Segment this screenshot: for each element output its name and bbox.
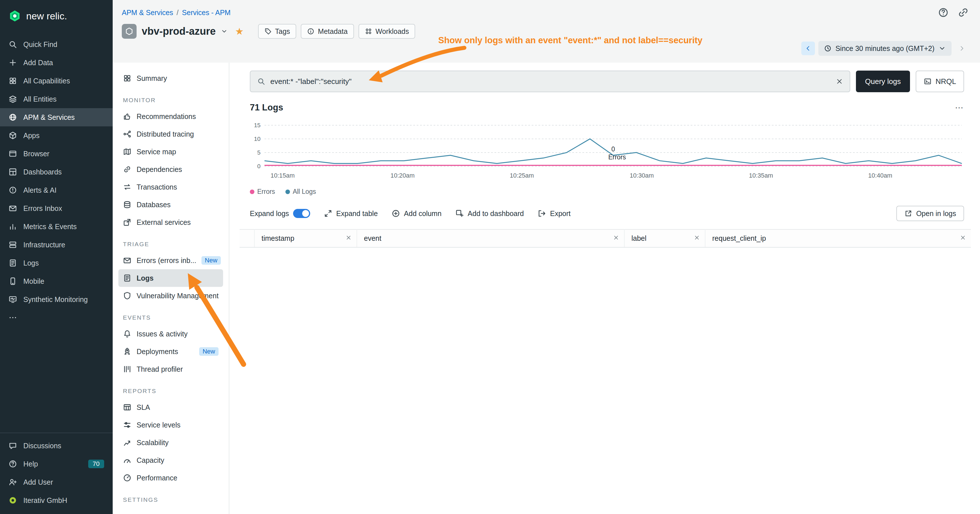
external-services-icon	[123, 218, 132, 226]
time-forward-button[interactable]	[955, 41, 969, 55]
external-link-icon	[904, 210, 912, 218]
nav-quick-find[interactable]: Quick Find	[0, 35, 113, 54]
export-button[interactable]: Export	[538, 209, 571, 218]
entity-chevron-down-icon[interactable]	[221, 28, 228, 35]
svg-text:0: 0	[257, 163, 261, 169]
nav-errors-inbox[interactable]: Errors Inbox	[0, 199, 113, 218]
sidebar-item-transactions[interactable]: Transactions	[118, 178, 223, 196]
logs-toolbar: Expand logs Expand table Add column Add …	[250, 206, 964, 221]
section-header-reports: REPORTS	[123, 388, 218, 395]
more-options-icon[interactable]: ⋯	[955, 103, 964, 112]
dependencies-label: Dependencies	[137, 165, 182, 173]
sidebar-item-errors-errors-inb[interactable]: Errors (errors inb...New	[118, 251, 223, 269]
capacity-label: Capacity	[137, 456, 164, 465]
sidebar-item-vulnerability-management[interactable]: Vulnerability Management	[118, 287, 223, 304]
workloads-button[interactable]: Workloads	[358, 24, 415, 39]
add-to-dashboard-button[interactable]: Add to dashboard	[455, 209, 524, 218]
clock-icon	[824, 45, 832, 52]
nav-apps[interactable]: Apps	[0, 126, 113, 145]
nav-more-capabilities[interactable]	[0, 309, 113, 327]
column-header-timestamp[interactable]: timestamp	[255, 229, 357, 247]
svg-text:10:30am: 10:30am	[630, 172, 654, 179]
time-back-button[interactable]	[801, 41, 815, 55]
column-header-event[interactable]: event	[357, 229, 624, 247]
expand-logs-toggle[interactable]: Expand logs	[250, 209, 310, 218]
open-in-logs-button[interactable]: Open in logs	[896, 206, 964, 221]
nav-mobile[interactable]: Mobile	[0, 272, 113, 290]
column-header-label[interactable]: label	[624, 229, 705, 247]
column-header-request_client_ip[interactable]: request_client_ip	[705, 229, 971, 247]
toggle-on-icon[interactable]	[293, 209, 310, 218]
nav-help[interactable]: Help70	[0, 455, 113, 473]
sidebar-item-recommendations[interactable]: Recommendations	[118, 108, 223, 125]
copy-permalink-icon[interactable]	[958, 7, 969, 18]
sidebar-item-service-map[interactable]: Service map	[118, 143, 223, 161]
browser-label: Browser	[23, 150, 49, 158]
sidebar-item-external-services[interactable]: External services	[118, 213, 223, 231]
nav-add-data[interactable]: Add Data	[0, 54, 113, 72]
nav-infrastructure[interactable]: Infrastructure	[0, 236, 113, 254]
nav-add-user[interactable]: Add User	[0, 473, 113, 491]
legend-errors[interactable]: Errors	[250, 188, 275, 196]
sidebar-item-scalability[interactable]: Scalability	[118, 434, 223, 451]
nav-metrics-events[interactable]: Metrics & Events	[0, 218, 113, 236]
right-pane: APM & Services/Services - APM vbv-prod-a…	[113, 0, 980, 514]
sidebar-item-distributed-tracing[interactable]: Distributed tracing	[118, 125, 223, 143]
breadcrumb-apm-services[interactable]: APM & Services	[122, 8, 173, 16]
sidebar-item-summary[interactable]: Summary	[118, 70, 223, 87]
nav-all-capabilities[interactable]: All Capabilities	[0, 72, 113, 90]
sidebar-item-capacity[interactable]: Capacity	[118, 451, 223, 469]
nav-logs[interactable]: Logs	[0, 254, 113, 272]
remove-column-request_client_ip-icon[interactable]	[960, 235, 966, 240]
tags-button[interactable]: Tags	[258, 24, 296, 39]
nav-synthetic-monitoring[interactable]: Synthetic Monitoring	[0, 290, 113, 309]
logo-text: new relic.	[26, 11, 67, 22]
nav-all-entities[interactable]: All Entities	[0, 90, 113, 108]
sidebar-item-service-levels[interactable]: Service levels	[118, 416, 223, 434]
expand-table-button[interactable]: Expand table	[324, 209, 378, 218]
annotation-text: Show only logs with an event "event:*" a…	[438, 35, 703, 46]
sidebar-item-dependencies[interactable]: Dependencies	[118, 161, 223, 178]
remove-column-label-icon[interactable]	[694, 235, 700, 240]
nrql-button[interactable]: NRQL	[916, 71, 964, 92]
nav-discussions[interactable]: Discussions	[0, 437, 113, 455]
infrastructure-label: Infrastructure	[23, 241, 65, 249]
all-capabilities-label: All Capabilities	[23, 77, 70, 85]
mobile-icon	[8, 277, 17, 285]
nav-browser[interactable]: Browser	[0, 145, 113, 163]
query-logs-button[interactable]: Query logs	[856, 71, 910, 92]
dashboards-icon	[8, 168, 17, 176]
remove-column-event-icon[interactable]	[613, 235, 619, 240]
metadata-button[interactable]: Metadata	[301, 24, 354, 39]
help-circle-icon[interactable]	[938, 7, 949, 18]
sidebar-item-sla[interactable]: SLA	[118, 398, 223, 416]
sidebar-item-thread-profiler[interactable]: Thread profiler	[118, 360, 223, 378]
favorite-star-icon[interactable]: ★	[235, 27, 243, 36]
sidebar-item-performance[interactable]: Performance	[118, 469, 223, 487]
nav-apm-services[interactable]: APM & Services	[0, 108, 113, 126]
add-column-button[interactable]: Add column	[391, 209, 442, 218]
breadcrumb-services-apm[interactable]: Services - APM	[182, 8, 231, 16]
svg-text:Errors: Errors	[608, 153, 626, 161]
nav-iterativ-gmbh[interactable]: Iterativ GmbH	[0, 491, 113, 509]
new-relic-logo[interactable]: new relic.	[0, 0, 113, 32]
add-dashboard-icon	[455, 209, 464, 218]
logs-chart: 05101510:15am10:20am10:25am10:30am10:35a…	[250, 121, 964, 187]
svg-text:10:15am: 10:15am	[270, 172, 295, 179]
nav-dashboards[interactable]: Dashboards	[0, 163, 113, 181]
sidebar-item-issues-activity[interactable]: Issues & activity	[118, 325, 223, 343]
sidebar-item-logs[interactable]: Logs	[118, 269, 223, 287]
workloads-icon	[365, 28, 372, 35]
sla-label: SLA	[137, 403, 150, 412]
clear-query-icon[interactable]	[836, 78, 843, 85]
legend-all-logs[interactable]: All Logs	[285, 188, 316, 196]
query-input[interactable]: event:* -"label":"security"	[250, 71, 850, 92]
nrql-icon	[924, 77, 932, 85]
sidebar-item-deployments[interactable]: DeploymentsNew	[118, 343, 223, 360]
time-range-selector[interactable]: Since 30 minutes ago (GMT+2)	[818, 41, 951, 56]
remove-column-timestamp-icon[interactable]	[346, 235, 352, 240]
more-capabilities-icon	[8, 313, 17, 322]
issues-activity-icon	[123, 329, 132, 338]
nav-alerts-ai[interactable]: Alerts & AI	[0, 181, 113, 199]
sidebar-item-databases[interactable]: Databases	[118, 196, 223, 213]
